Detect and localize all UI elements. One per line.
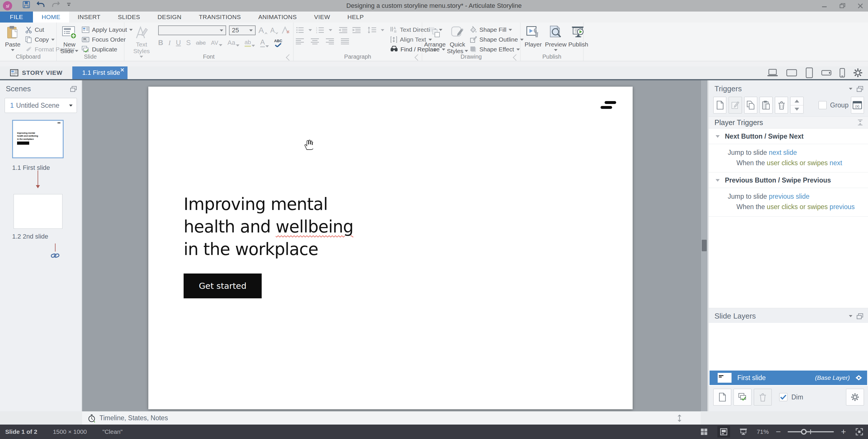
numbering-button[interactable]: 123 [316, 27, 325, 34]
slide-1-label[interactable]: 1.1 First slide [12, 164, 50, 172]
underline-button[interactable]: U [176, 39, 181, 47]
font-size-combobox[interactable]: 25 [229, 25, 256, 35]
tab-transitions[interactable]: TRANSITIONS [190, 11, 250, 23]
italic-button[interactable]: I [168, 39, 170, 47]
triggers-menu-caret-icon[interactable] [849, 88, 852, 90]
player-settings-gear-icon[interactable] [853, 68, 863, 78]
font-color-button[interactable]: A [260, 38, 269, 47]
tablet-portrait-preview-icon[interactable] [805, 67, 814, 78]
paste-button[interactable]: Paste [2, 24, 23, 52]
tab-home[interactable]: HOME [33, 11, 69, 23]
scenes-dock-icon[interactable] [70, 86, 77, 92]
trigger-event-link[interactable]: user clicks or swipes [767, 159, 828, 167]
manage-variables-button[interactable]: (x) [851, 97, 864, 113]
shape-fill-button[interactable]: Shape Fill [470, 25, 524, 34]
spellcheck-button[interactable]: ABC [274, 39, 282, 47]
publish-button[interactable]: Publish [568, 24, 589, 48]
change-case-button[interactable]: Aa [227, 39, 240, 46]
tab-view[interactable]: VIEW [305, 11, 339, 23]
get-started-button[interactable]: Get started [184, 273, 262, 298]
align-right-button[interactable] [326, 38, 335, 44]
slide-thumbnail-1[interactable]: Improving mental health and wellbeing in… [12, 120, 64, 158]
trigger-group-next[interactable]: Next Button / Swipe Next [709, 129, 868, 144]
trigger-event-link[interactable]: user clicks or swipes [767, 203, 828, 210]
panel-resize-icon[interactable] [676, 414, 683, 422]
tab-animations[interactable]: ANIMATIONS [250, 11, 305, 23]
slide-thumbnail-2[interactable] [13, 194, 62, 229]
restore-button[interactable] [839, 2, 846, 9]
tab-close-icon[interactable] [120, 68, 125, 72]
increase-indent-button[interactable] [352, 27, 361, 34]
trigger-action-link[interactable]: previous slide [769, 193, 810, 200]
minimize-button[interactable] [821, 2, 828, 9]
tablet-landscape-preview-icon[interactable] [786, 68, 798, 77]
timeline-states-notes-bar[interactable]: Timeline, States, Notes [82, 411, 701, 425]
trigger-action-link[interactable]: next slide [769, 149, 797, 156]
scrollbar-thumb[interactable] [702, 240, 707, 251]
tab-story-view[interactable]: STORY VIEW [0, 66, 72, 79]
layer-properties-gear-button[interactable] [846, 389, 864, 405]
trigger-group-previous[interactable]: Previous Button / Swipe Previous [709, 172, 868, 188]
shadow-button[interactable]: S [186, 39, 191, 47]
bold-button[interactable]: B [158, 39, 163, 47]
tab-first-slide[interactable]: 1.1 First slide [72, 66, 127, 79]
line-spacing-button[interactable] [368, 27, 377, 34]
delete-trigger-button[interactable] [775, 97, 788, 113]
slide-view-button[interactable] [717, 426, 730, 438]
tab-insert[interactable]: INSERT [69, 11, 109, 23]
new-layer-button[interactable] [713, 389, 731, 405]
trigger-item-next[interactable]: Jump to slide next slide When the user c… [709, 144, 868, 172]
move-trigger-up-button[interactable] [790, 97, 803, 105]
dim-checkbox[interactable] [779, 393, 787, 401]
font-name-combobox[interactable] [158, 25, 226, 35]
close-button[interactable] [857, 2, 864, 9]
slide-2-label[interactable]: 1.2 2nd slide [12, 233, 48, 240]
tab-help[interactable]: HELP [339, 11, 372, 23]
preview-slide-button[interactable] [737, 426, 750, 438]
bullets-button[interactable] [296, 27, 305, 34]
zoom-slider-knob[interactable] [801, 429, 807, 435]
highlight-button[interactable]: ab [245, 39, 255, 47]
tab-design[interactable]: DESIGN [149, 11, 190, 23]
paste-trigger-button[interactable] [760, 97, 773, 113]
tab-slides[interactable]: SLIDES [109, 11, 149, 23]
align-center-button[interactable] [311, 38, 319, 44]
slide-title-text[interactable]: Improving mental health and wellbeing in… [184, 193, 353, 261]
preview-button[interactable]: Preview [545, 24, 566, 52]
phone-portrait-preview-icon[interactable] [839, 68, 845, 78]
decrease-indent-button[interactable] [339, 27, 348, 34]
justify-button[interactable] [341, 38, 349, 44]
grid-view-button[interactable] [698, 426, 710, 438]
align-left-button[interactable] [296, 38, 305, 44]
delete-layer-button[interactable] [754, 389, 772, 405]
phone-landscape-preview-icon[interactable] [821, 70, 832, 76]
char-spacing-button[interactable]: AV [211, 40, 222, 46]
laptop-preview-icon[interactable] [767, 68, 778, 77]
quick-styles-button[interactable]: Quick Styles [447, 24, 468, 55]
zoom-in-button[interactable]: + [841, 428, 846, 436]
new-trigger-button[interactable] [713, 97, 726, 113]
trigger-order-spinner[interactable] [790, 97, 803, 113]
trigger-collapse-caret-icon[interactable] [716, 179, 720, 182]
trigger-target-link[interactable]: previous [828, 203, 855, 210]
canvas-vertical-scrollbar[interactable] [701, 80, 708, 411]
new-slide-button[interactable]: New Slide [59, 24, 80, 55]
trigger-collapse-caret-icon[interactable] [716, 135, 720, 138]
zoom-out-button[interactable]: − [776, 428, 781, 436]
shape-effect-button[interactable]: Shape Effect [470, 45, 524, 54]
slide-stage[interactable]: Improving mental health and wellbeing in… [148, 87, 633, 409]
player-button[interactable]: Player [523, 24, 544, 48]
group-checkbox[interactable] [818, 101, 827, 109]
shape-outline-button[interactable]: Shape Outline [470, 35, 524, 44]
tab-file[interactable]: FILE [0, 11, 33, 23]
layer-visibility-icon[interactable] [855, 375, 863, 381]
slide-layers-dock-icon[interactable] [857, 313, 863, 319]
copy-trigger-button[interactable] [744, 97, 757, 113]
shrink-font-button[interactable]: A [270, 27, 278, 34]
slide-canvas-area[interactable]: Improving mental health and wellbeing in… [82, 80, 701, 411]
arrange-button[interactable]: Arrange [425, 24, 445, 52]
strikethrough-button[interactable]: abc [196, 39, 206, 46]
grow-font-button[interactable]: A [258, 26, 268, 35]
player-triggers-section-header[interactable]: Player Triggers [709, 116, 868, 129]
clear-formatting-button[interactable] [281, 26, 291, 35]
